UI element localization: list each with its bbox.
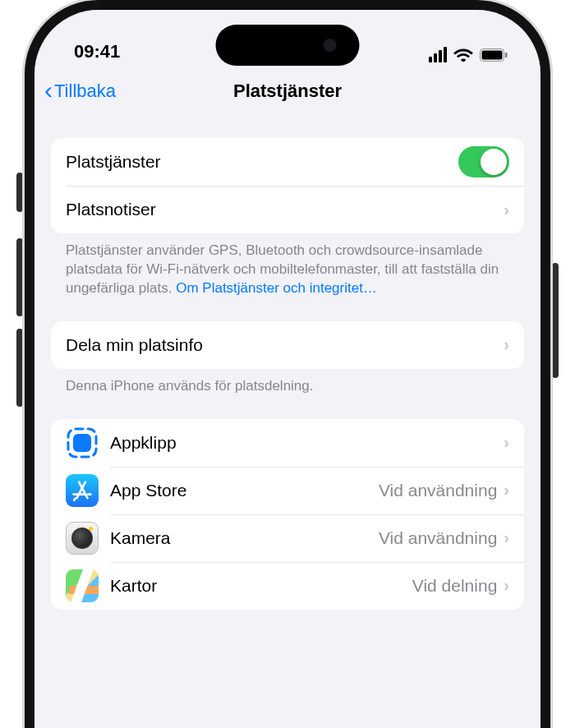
row-app-kartor[interactable]: Kartor Vid delning ›: [51, 562, 524, 610]
chevron-left-icon: ‹: [44, 78, 53, 103]
svg-rect-1: [482, 50, 503, 59]
row-app-kamera[interactable]: Kamera Vid användning ›: [51, 514, 524, 562]
svg-rect-4: [73, 434, 91, 452]
row-label: Platstjänster: [66, 152, 458, 172]
row-app-appstore[interactable]: App Store Vid användning ›: [51, 467, 524, 514]
row-app-appklipp[interactable]: Appklipp ›: [51, 419, 524, 467]
row-location-alerts[interactable]: Platsnotiser ›: [51, 186, 524, 233]
privacy-link[interactable]: Om Platstjänster och integritet…: [176, 280, 377, 296]
dynamic-island: [216, 25, 360, 66]
row-share-location[interactable]: Dela min platsinfo ›: [51, 321, 524, 369]
group-location-services: Platstjänster Platsnotiser ›: [51, 138, 524, 233]
battery-icon: [480, 48, 508, 62]
app-name: Appklipp: [110, 433, 497, 453]
app-name: Kartor: [110, 576, 412, 596]
app-detail: Vid användning: [379, 528, 497, 548]
footer-location-services: Platstjänster använder GPS, Bluetooth oc…: [51, 233, 524, 298]
location-services-toggle[interactable]: [458, 146, 509, 177]
footer-text: Denna iPhone används för platsdelning.: [66, 378, 314, 394]
chevron-right-icon: ›: [504, 481, 509, 500]
wifi-icon: [453, 48, 473, 62]
chevron-right-icon: ›: [504, 528, 509, 547]
chevron-right-icon: ›: [504, 200, 509, 219]
status-time: 09:41: [74, 41, 120, 62]
screen: 09:41 ‹ Tillbaka: [34, 10, 540, 728]
group-apps: Appklipp › App Store Vid användning ›: [51, 419, 524, 610]
appstore-icon: [66, 474, 99, 507]
maps-icon: [66, 569, 99, 602]
mute-switch: [16, 173, 23, 212]
back-label: Tillbaka: [54, 81, 116, 102]
svg-line-9: [74, 499, 75, 500]
appclip-icon: [66, 426, 99, 459]
nav-bar: ‹ Tillbaka Platstjänster: [34, 67, 540, 115]
chevron-right-icon: ›: [504, 335, 509, 354]
chevron-right-icon: ›: [504, 433, 509, 452]
app-detail: Vid delning: [412, 576, 498, 596]
content-scroll[interactable]: Platstjänster Platsnotiser › Platstjänst…: [34, 115, 540, 728]
volume-down-button: [16, 329, 23, 407]
phone-bezel: 09:41 ‹ Tillbaka: [25, 0, 550, 728]
camera-icon: [66, 522, 99, 555]
app-detail: Vid användning: [379, 481, 497, 500]
side-button: [552, 263, 559, 378]
cellular-signal-icon: [429, 47, 447, 62]
page-title: Platstjänster: [233, 81, 342, 102]
row-location-services[interactable]: Platstjänster: [51, 138, 524, 186]
back-button[interactable]: ‹ Tillbaka: [44, 81, 116, 103]
chevron-right-icon: ›: [504, 576, 509, 595]
footer-share-location: Denna iPhone används för platsdelning.: [51, 369, 524, 396]
row-label: Platsnotiser: [66, 200, 504, 219]
volume-up-button: [16, 238, 23, 316]
row-label: Dela min platsinfo: [66, 335, 504, 355]
app-name: App Store: [110, 481, 379, 500]
svg-rect-2: [505, 53, 508, 58]
app-name: Kamera: [110, 528, 379, 548]
group-share-location: Dela min platsinfo ›: [51, 321, 524, 369]
